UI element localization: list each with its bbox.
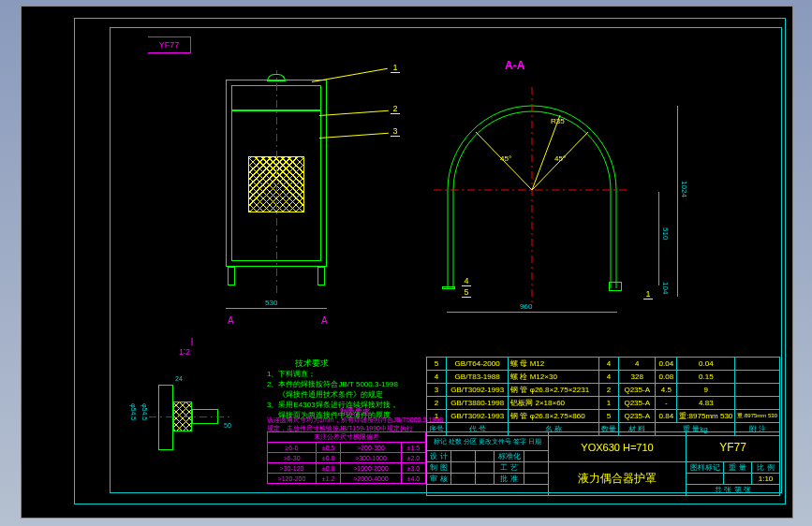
filename-tab: YF77 bbox=[148, 37, 191, 53]
title-block: 标记 处数 分区 更改文件号 签字 日期 YOX630 H=710 YF77 设… bbox=[426, 431, 780, 496]
bom-row: 5 GB/T64-2000 螺 母 M12 4 4 0.04 0.04 bbox=[427, 358, 780, 371]
tb-std: 标准化 bbox=[495, 451, 524, 462]
bom-table: 5 GB/T64-2000 螺 母 M12 4 4 0.04 0.04 4GB/… bbox=[426, 357, 780, 436]
bom-row: 1GB/T3092-1993 钢 管 φ26.8×2.75×8605 Q235-… bbox=[427, 410, 780, 423]
tb-process: 工 艺 bbox=[495, 462, 524, 474]
detail-view: φ54.5 φ54.5 50 24 bbox=[130, 375, 261, 469]
tb-sheets: 共 张 第 张 bbox=[687, 485, 780, 496]
notes-2b: 《焊接件通用技术条件》的规定 bbox=[278, 389, 398, 400]
dim-960-line bbox=[447, 312, 617, 313]
bom-row: 4GB/T83-1988 螺 栓 M12×304 3280.080.15 bbox=[427, 371, 780, 384]
dim-d24: 24 bbox=[175, 375, 183, 382]
leader-1: 1 bbox=[391, 63, 400, 73]
leg-left bbox=[228, 267, 235, 285]
mfg-notes: 制造要求 该连圆角尺寸均为1mm，所有焊缝按照符合JB/T5000.3-1998… bbox=[267, 407, 443, 432]
section-aa-label: A-A bbox=[505, 59, 524, 72]
tb-part-name: 液力偶合器护罩 bbox=[549, 462, 687, 496]
notes-1: 1、下料调直； bbox=[267, 369, 398, 379]
leg-right bbox=[317, 267, 325, 285]
sr: >1000-2000 bbox=[341, 463, 401, 474]
dim-510-line bbox=[658, 192, 659, 285]
detail-scale: 1∶2 bbox=[179, 347, 190, 357]
leader-3: 3 bbox=[391, 126, 400, 137]
foot-right bbox=[609, 282, 622, 291]
centerline-v bbox=[276, 70, 277, 293]
bom-row: 2GB/T3880-1998 铝板网 2×18×601 Q235-A-4.83 bbox=[427, 397, 780, 410]
dim-arc-45b: 45° bbox=[554, 154, 566, 163]
notes-title: 技术要求 bbox=[295, 358, 398, 369]
dim-1024: 1024 bbox=[680, 181, 688, 197]
sr: ±1.2 bbox=[317, 474, 341, 484]
mfg-1: 该连圆角尺寸均为1mm，所有焊缝按照符合JB/T5000.3-1998 bbox=[267, 416, 443, 424]
sr: >120-200 bbox=[268, 474, 317, 484]
dim-960: 960 bbox=[520, 302, 532, 311]
sr: >300-1000 bbox=[341, 453, 401, 463]
sr: ±3.0 bbox=[401, 463, 425, 474]
sr: >30-120 bbox=[268, 463, 317, 474]
sr: ±4.0 bbox=[401, 474, 425, 484]
dim-d50: 50 bbox=[224, 422, 231, 429]
section-a-right: A bbox=[321, 315, 328, 326]
tb-scale-label: 比 例 bbox=[752, 462, 780, 474]
tb-check: 审 核 bbox=[427, 474, 451, 485]
tb-marks: 图样标记 bbox=[687, 462, 724, 474]
leader-4: 4 bbox=[462, 276, 471, 286]
detail-label: I bbox=[183, 336, 201, 347]
tb-approve: 批 准 bbox=[495, 474, 524, 485]
notes-2: 2、本件的焊接按符合JB/T 5000.3-1998 bbox=[267, 379, 398, 389]
tb-rev-head: 标记 处数 分区 更改文件号 签字 日期 bbox=[427, 432, 549, 451]
sr: ±0.8 bbox=[317, 463, 341, 474]
leader-1b: 1 bbox=[643, 289, 653, 300]
tb-model: YOX630 H=710 bbox=[549, 432, 687, 462]
detail-axis bbox=[149, 416, 233, 417]
spec-h3: >200-300 bbox=[341, 443, 401, 453]
tb-drawing-no: YF77 bbox=[687, 432, 780, 462]
sr: >2000-4000 bbox=[341, 474, 401, 484]
spec-h1: ≥6-6 bbox=[268, 443, 317, 453]
dim-arc-45a: 45° bbox=[500, 154, 511, 163]
mfg-title: 制造要求 bbox=[267, 407, 443, 416]
sr: ±0.8 bbox=[317, 453, 341, 463]
section-a-left: A bbox=[228, 315, 234, 326]
sr: ±2.0 bbox=[401, 453, 425, 463]
tb-drawn: 制 图 bbox=[427, 462, 451, 474]
tolerance-table: 未注公差尺寸极限偏差 ≥6-6 ±0.5 >200-300 ±1.5 >6-30… bbox=[267, 431, 426, 484]
leader-5: 5 bbox=[462, 287, 471, 298]
detail-pipe bbox=[158, 385, 173, 450]
dim-530: 530 bbox=[265, 299, 277, 307]
dim-1024-line bbox=[677, 106, 678, 297]
sr: >6-30 bbox=[268, 453, 317, 463]
dim-510: 510 bbox=[661, 227, 670, 240]
tb-mass: 重 量 bbox=[724, 462, 752, 474]
tb-design: 设 计 bbox=[427, 451, 451, 462]
dim-d54a: φ54.5 bbox=[130, 403, 137, 420]
dim-arc-r: R35 bbox=[551, 117, 565, 125]
tb-scale: 1:10 bbox=[752, 474, 780, 485]
spec-h2: ±0.5 bbox=[317, 443, 341, 453]
spec-h4: ±1.5 bbox=[401, 443, 425, 453]
filename-tab-text: YF77 bbox=[159, 37, 180, 52]
spec-caption: 未注公差尺寸极限偏差 bbox=[268, 432, 426, 443]
leader-2: 2 bbox=[391, 104, 400, 114]
bom-row: 3GB/T3092-1993 钢 管 φ26.8×2.75×22312 Q235… bbox=[427, 384, 780, 397]
dim-530-line bbox=[226, 308, 327, 309]
svg-line-4 bbox=[532, 115, 560, 190]
cad-canvas[interactable]: YF77 A-A 1 2 3 530 A A 45° 45° bbox=[21, 6, 793, 519]
front-view bbox=[226, 80, 327, 285]
foot-left bbox=[442, 286, 455, 289]
dim-104: 104 bbox=[661, 282, 670, 294]
dim-d54b: φ54.5 bbox=[141, 403, 148, 420]
